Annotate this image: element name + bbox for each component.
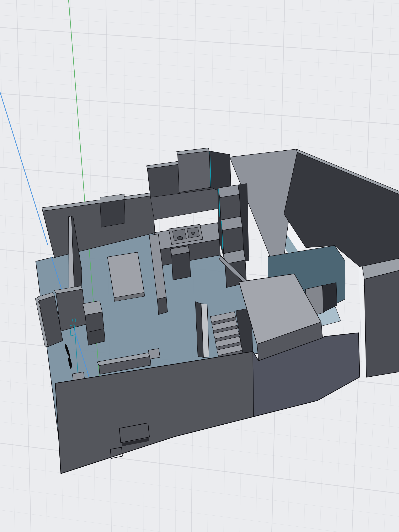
x-axis-sky bbox=[0, 92, 48, 245]
rightblock-front[interactable] bbox=[364, 271, 399, 377]
island-front[interactable] bbox=[172, 252, 191, 280]
leftwing-doorway[interactable] bbox=[100, 199, 125, 227]
couch-back-face[interactable] bbox=[56, 289, 87, 331]
tv-bench-ext[interactable] bbox=[148, 348, 160, 359]
viewport-canvas[interactable] bbox=[0, 0, 399, 532]
sink-drain-left[interactable] bbox=[177, 236, 183, 240]
house-model[interactable] bbox=[0, 0, 399, 474]
sink-drain-right[interactable] bbox=[191, 232, 195, 234]
cabinet2-front[interactable] bbox=[222, 227, 244, 254]
wall-column-face[interactable] bbox=[178, 151, 211, 192]
y-axis-sky bbox=[69, 0, 87, 233]
cad-viewport[interactable] bbox=[0, 0, 399, 532]
counter-leftarm-front[interactable] bbox=[157, 297, 167, 315]
cabinet1-front[interactable] bbox=[220, 194, 241, 220]
coffee-table-top[interactable] bbox=[107, 252, 144, 298]
